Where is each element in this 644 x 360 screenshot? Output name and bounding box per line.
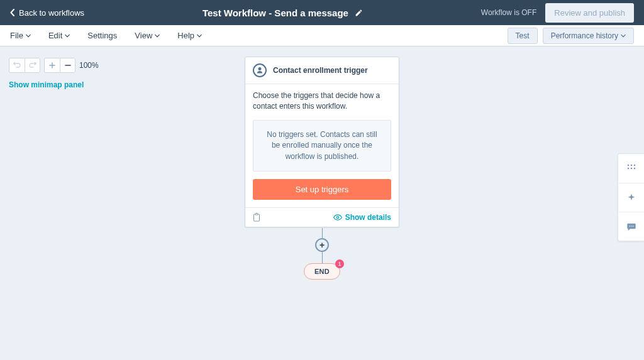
menubar: File Edit Settings View Help Test Perfor… xyxy=(0,25,644,46)
chevron-down-icon xyxy=(155,33,160,38)
svg-point-9 xyxy=(629,226,630,227)
right-rail xyxy=(618,153,644,241)
back-to-workflows[interactable]: Back to workflows xyxy=(10,8,84,18)
trigger-card-footer: Show details xyxy=(245,207,399,227)
workflow-title: Test Workflow - Send a message xyxy=(203,8,348,18)
svg-rect-0 xyxy=(254,214,260,221)
show-details-link[interactable]: Show details xyxy=(333,213,391,222)
svg-point-8 xyxy=(633,168,635,170)
chevron-down-icon xyxy=(26,33,31,38)
end-node[interactable]: END 1 xyxy=(304,263,340,280)
back-label: Back to workflows xyxy=(19,8,84,18)
rail-apps-icon[interactable] xyxy=(618,154,644,183)
chevron-down-icon xyxy=(621,33,626,38)
chevron-down-icon xyxy=(197,33,202,38)
end-badge: 1 xyxy=(335,259,344,268)
title-area: Test Workflow - Send a message xyxy=(84,8,481,18)
clipboard-icon[interactable] xyxy=(253,213,260,222)
setup-triggers-button[interactable]: Set up triggers xyxy=(253,179,391,200)
eye-icon xyxy=(333,214,342,221)
menu-edit[interactable]: Edit xyxy=(48,31,70,40)
svg-point-5 xyxy=(633,165,635,166)
menubar-left: File Edit Settings View Help xyxy=(10,31,202,40)
trigger-empty-state: No triggers set. Contacts can still be e… xyxy=(253,120,391,172)
rail-sparkle-icon[interactable] xyxy=(618,183,644,212)
menu-help[interactable]: Help xyxy=(177,31,202,40)
menu-file[interactable]: File xyxy=(10,31,31,40)
edit-title-icon[interactable] xyxy=(355,9,363,17)
connector-line xyxy=(322,228,323,238)
svg-point-3 xyxy=(627,165,629,166)
topbar: Back to workflows Test Workflow - Send a… xyxy=(0,0,644,25)
connector-line xyxy=(322,252,323,263)
svg-rect-1 xyxy=(255,213,258,215)
rail-chat-icon[interactable] xyxy=(618,212,644,241)
add-action-button[interactable]: + xyxy=(315,238,329,252)
menu-settings[interactable]: Settings xyxy=(87,31,117,40)
menubar-right: Test Performance history xyxy=(508,28,634,44)
contact-icon xyxy=(253,63,267,77)
trigger-card-description: Choose the triggers that decide how a co… xyxy=(245,84,399,120)
svg-point-6 xyxy=(627,168,629,170)
svg-point-7 xyxy=(630,168,632,170)
topbar-right: Workflow is OFF Review and publish xyxy=(481,3,634,23)
svg-point-4 xyxy=(630,165,632,166)
review-publish-button[interactable]: Review and publish xyxy=(545,3,634,23)
workflow-status: Workflow is OFF xyxy=(481,8,536,17)
svg-point-2 xyxy=(336,216,339,219)
test-button[interactable]: Test xyxy=(508,28,538,44)
performance-history-button[interactable]: Performance history xyxy=(543,28,634,44)
chevron-left-icon xyxy=(10,9,15,16)
trigger-card-title: Contact enrollment trigger xyxy=(273,66,368,75)
svg-point-10 xyxy=(631,226,632,227)
trigger-card[interactable]: Contact enrollment trigger Choose the tr… xyxy=(245,57,399,227)
workflow-canvas[interactable]: Contact enrollment trigger Choose the tr… xyxy=(0,46,644,360)
menu-view[interactable]: View xyxy=(135,31,160,40)
trigger-card-header: Contact enrollment trigger xyxy=(245,57,399,84)
show-details-label: Show details xyxy=(345,213,391,222)
end-label: END xyxy=(304,263,340,280)
chevron-down-icon xyxy=(65,33,70,38)
svg-point-11 xyxy=(632,226,633,227)
